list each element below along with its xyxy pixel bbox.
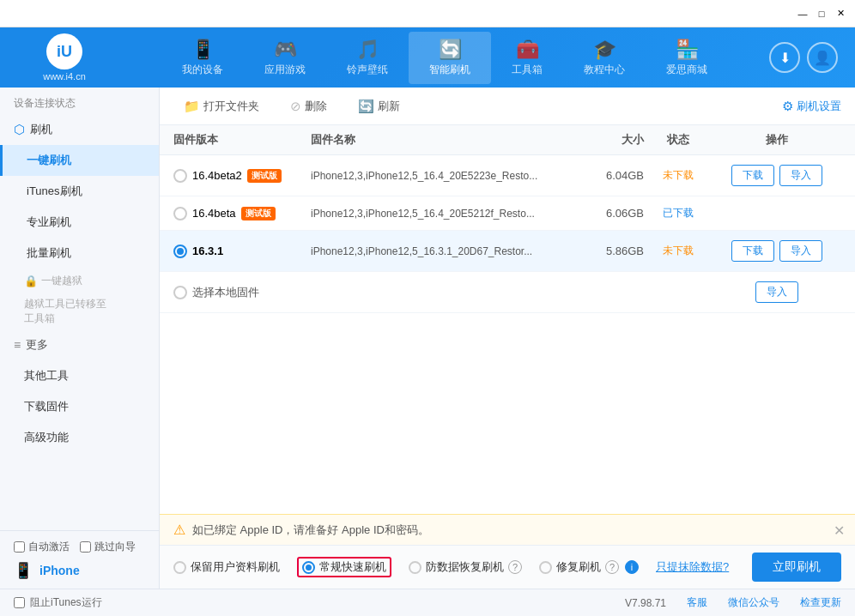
nav-ringtone[interactable]: 🎵 铃声壁纸: [326, 32, 409, 84]
download-btn-3[interactable]: 下载: [731, 240, 774, 262]
logo: iU www.i4.cn: [9, 33, 120, 82]
radio-row3[interactable]: [173, 245, 187, 258]
more-icon: ≡: [14, 338, 21, 352]
close-info-btn[interactable]: ✕: [834, 522, 845, 538]
jailbreak-label: 一键越狱: [41, 274, 82, 288]
maximize-btn[interactable]: □: [814, 6, 829, 21]
refresh-button[interactable]: 🔄 刷新: [348, 94, 410, 118]
flash-category-label: 刷机: [30, 122, 52, 137]
flash-category-icon: ⬡: [14, 122, 25, 137]
flash-now-button[interactable]: 立即刷机: [752, 553, 841, 582]
only-erase-link[interactable]: 只提抹除数据?: [656, 559, 729, 575]
open-folder-button[interactable]: 📁 打开文件夹: [173, 94, 270, 118]
checkbox-row: 自动激活 跳过向导: [14, 540, 145, 554]
test-badge-1: 测试版: [247, 169, 282, 183]
sidebar-more-section[interactable]: ≡ 更多: [0, 329, 159, 360]
status-2: 已下载: [644, 206, 712, 220]
sidebar-item-other-tools[interactable]: 其他工具: [0, 360, 159, 391]
nav-my-device[interactable]: 📱 我的设备: [161, 32, 244, 84]
actions-1: 下载 导入: [712, 165, 841, 186]
nav-bar: 📱 我的设备 🎮 应用游戏 🎵 铃声壁纸 🔄 智能刷机 🧰 工具箱 🎓 教程中心…: [120, 32, 769, 84]
option-recover-data[interactable]: 防数据恢复刷机 ?: [409, 559, 522, 575]
import-btn-3[interactable]: 导入: [779, 240, 822, 262]
sidebar-item-pro-flash[interactable]: 专业刷机: [0, 207, 159, 238]
sidebar-item-download-firmware[interactable]: 下载固件: [0, 391, 159, 422]
auto-activate-checkbox[interactable]: 自动激活: [14, 540, 70, 554]
firmware-name-2: iPhone12,3,iPhone12,5_16.4_20E5212f_Rest…: [311, 208, 575, 220]
option-recover-data-label: 防数据恢复刷机: [426, 559, 504, 575]
radio-keep-data[interactable]: [173, 561, 186, 574]
nav-app-game[interactable]: 🎮 应用游戏: [244, 32, 326, 84]
header-name: 固件名称: [311, 132, 575, 148]
nav-smart-flash[interactable]: 🔄 智能刷机: [409, 32, 491, 84]
status-1: 未下载: [644, 168, 712, 183]
radio-repair[interactable]: [539, 561, 552, 574]
connection-status-label: 设备连接状态: [0, 88, 159, 114]
skip-guide-input[interactable]: [80, 541, 91, 553]
sidebar-item-itunes-flash[interactable]: iTunes刷机: [0, 176, 159, 207]
radio-recover-data[interactable]: [409, 561, 421, 574]
version-text: V7.98.71: [625, 597, 666, 609]
stop-itunes-label: 阻止iTunes运行: [30, 595, 102, 610]
option-repair-label: 修复刷机: [556, 559, 601, 575]
version-cell-1: 16.4beta2 测试版: [173, 169, 311, 183]
firmware-name-1: iPhone12,3,iPhone12,5_16.4_20E5223e_Rest…: [311, 170, 575, 182]
wechat-link[interactable]: 微信公众号: [728, 595, 779, 610]
option-repair[interactable]: 修复刷机 ? i: [539, 559, 639, 575]
download-btn[interactable]: ⬇: [769, 42, 800, 73]
info-text: 如已绑定 Apple ID，请准备好 Apple ID和密码。: [192, 522, 429, 538]
warning-icon: ⚠: [173, 522, 185, 538]
more-label: 更多: [26, 337, 48, 353]
delete-button[interactable]: ⊘ 删除: [280, 94, 337, 118]
download-btn-1[interactable]: 下载: [731, 165, 774, 186]
check-update-link[interactable]: 检查更新: [800, 595, 841, 610]
logo-sitename: www.i4.cn: [43, 71, 86, 82]
minimize-btn[interactable]: —: [795, 6, 810, 21]
info-circle-icon[interactable]: i: [625, 560, 639, 574]
radio-row2[interactable]: [173, 207, 187, 220]
stop-itunes-checkbox[interactable]: [14, 597, 25, 608]
version-text-3: 16.3.1: [192, 245, 223, 257]
sidebar-item-batch-flash[interactable]: 批量刷机: [0, 238, 159, 269]
table-row: 16.3.1 iPhone12,3,iPhone12,5_16.3.1_20D6…: [160, 231, 855, 272]
radio-row1[interactable]: [173, 169, 187, 183]
nav-store[interactable]: 🏪 爱思商城: [646, 32, 728, 84]
option-normal-fast-label: 常规快速刷机: [319, 559, 386, 575]
skip-guide-checkbox[interactable]: 跳过向导: [80, 540, 136, 554]
refresh-label: 刷新: [378, 99, 400, 114]
header-size: 大小: [575, 132, 644, 148]
sidebar-item-advanced[interactable]: 高级功能: [0, 422, 159, 453]
nav-tutorial[interactable]: 🎓 教程中心: [563, 32, 646, 84]
table-row: 16.4beta2 测试版 iPhone12,3,iPhone12,5_16.4…: [160, 155, 855, 196]
header-version: 固件版本: [173, 132, 311, 148]
user-btn[interactable]: 👤: [807, 42, 838, 73]
repair-help-icon[interactable]: ?: [605, 560, 619, 574]
close-btn[interactable]: ✕: [833, 6, 848, 21]
table-body: 16.4beta2 测试版 iPhone12,3,iPhone12,5_16.4…: [160, 155, 855, 514]
version-cell-3: 16.3.1: [173, 245, 311, 258]
settings-label: 刷机设置: [797, 99, 841, 114]
actions-3: 下载 导入: [712, 240, 841, 262]
flash-mode-bar: 保留用户资料刷机 常规快速刷机 防数据恢复刷机 ? 修复刷机 ? i 只提抹除数…: [160, 545, 855, 589]
sidebar-category-flash[interactable]: ⬡ 刷机: [0, 114, 159, 145]
settings-button[interactable]: ⚙ 刷机设置: [782, 99, 841, 114]
import-btn-1[interactable]: 导入: [779, 165, 822, 186]
header: iU www.i4.cn 📱 我的设备 🎮 应用游戏 🎵 铃声壁纸 🔄 智能刷机…: [0, 27, 855, 88]
radio-normal-fast[interactable]: [302, 561, 315, 574]
option-keep-data[interactable]: 保留用户资料刷机: [173, 559, 280, 575]
service-link[interactable]: 客服: [687, 595, 707, 610]
recover-help-icon[interactable]: ?: [508, 560, 522, 574]
option-normal-fast[interactable]: 常规快速刷机: [297, 557, 391, 577]
header-actions: ⬇ 👤: [769, 42, 838, 73]
content-area: 📁 打开文件夹 ⊘ 删除 🔄 刷新 ⚙ 刷机设置 固件版本 固件名称: [160, 88, 855, 589]
app-game-label: 应用游戏: [264, 63, 306, 77]
my-device-icon: 📱: [191, 39, 215, 61]
delete-icon: ⊘: [290, 99, 301, 114]
toolbar-left: 📁 打开文件夹 ⊘ 删除 🔄 刷新: [173, 94, 410, 118]
sidebar-item-one-click-flash[interactable]: 一键刷机: [0, 145, 159, 176]
import-local-btn[interactable]: 导入: [755, 281, 798, 303]
nav-toolbox[interactable]: 🧰 工具箱: [491, 32, 563, 84]
auto-activate-input[interactable]: [14, 541, 25, 553]
radio-local[interactable]: [173, 286, 187, 299]
header-status: 状态: [644, 132, 712, 148]
